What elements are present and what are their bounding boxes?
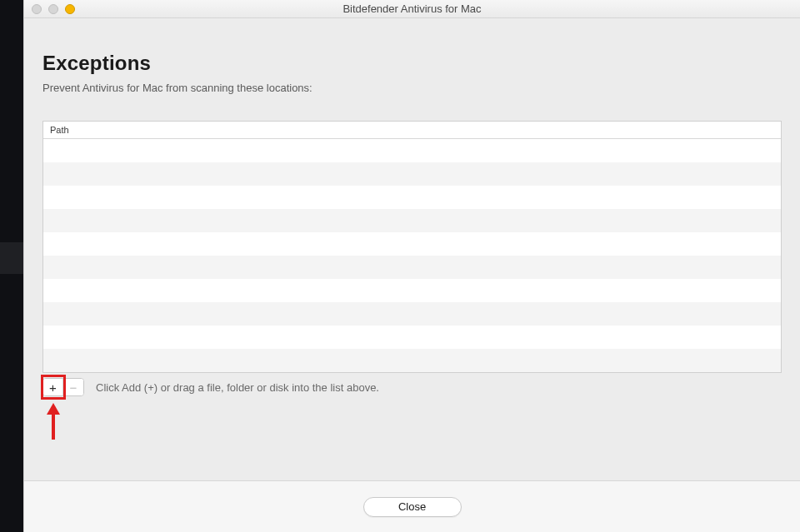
table-body[interactable]: [43, 139, 781, 372]
table-row[interactable]: [43, 162, 781, 186]
window-title: Bitdefender Antivirus for Mac: [342, 2, 481, 15]
window-controls: [32, 4, 75, 14]
page-subtitle: Prevent Antivirus for Mac from scanning …: [42, 82, 782, 94]
titlebar: Bitdefender Antivirus for Mac: [24, 0, 800, 18]
table-column-header[interactable]: Path: [43, 122, 781, 139]
app-window: Bitdefender Antivirus for Mac Exceptions…: [23, 0, 800, 532]
footer: Close: [24, 480, 800, 532]
table-row[interactable]: [43, 186, 781, 209]
add-button[interactable]: +: [43, 379, 63, 395]
content-area: Exceptions Prevent Antivirus for Mac fro…: [24, 18, 800, 480]
window-minimize-button[interactable]: [48, 4, 58, 14]
window-zoom-button[interactable]: [65, 4, 75, 14]
table-row[interactable]: [43, 349, 781, 372]
table-row[interactable]: [43, 326, 781, 349]
table-row[interactable]: [43, 279, 781, 302]
add-remove-segment: + −: [42, 378, 84, 396]
close-button[interactable]: Close: [363, 497, 462, 517]
exceptions-table[interactable]: Path: [42, 121, 782, 373]
table-controls-row: + − Click Add (+) or drag a file, folder…: [42, 378, 782, 396]
table-row[interactable]: [43, 302, 781, 326]
table-row[interactable]: [43, 209, 781, 232]
table-row[interactable]: [43, 139, 781, 162]
hint-text: Click Add (+) or drag a file, folder or …: [96, 381, 379, 394]
table-row[interactable]: [43, 256, 781, 279]
page-title: Exceptions: [42, 52, 782, 75]
minus-icon: −: [70, 381, 78, 394]
background-strip: [0, 0, 23, 532]
table-row[interactable]: [43, 232, 781, 256]
remove-button: −: [63, 379, 83, 395]
plus-icon: +: [49, 381, 57, 394]
window-close-button[interactable]: [32, 4, 42, 14]
